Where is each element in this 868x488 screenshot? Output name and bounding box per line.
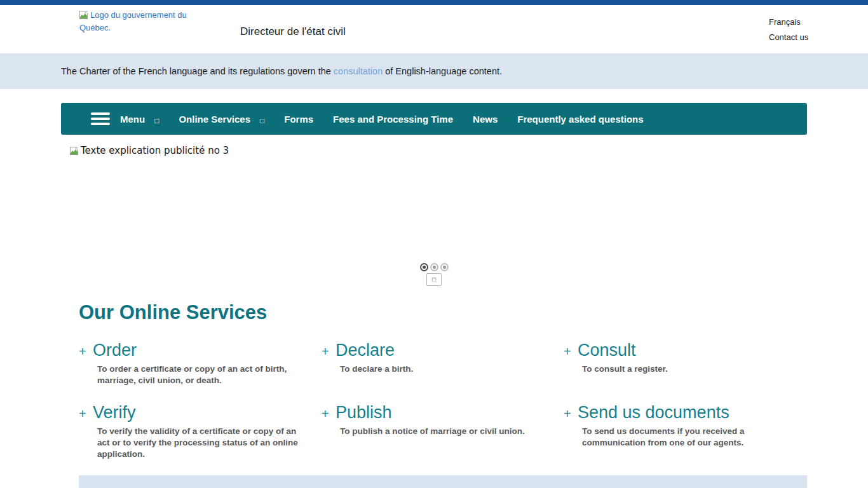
service-description: To verify the validity of a certificate … — [97, 426, 308, 460]
logo-alt-text: Logo du gouvernement du Québec. — [79, 10, 187, 32]
carousel-dot-2[interactable] — [430, 263, 438, 271]
promo-carousel: Texte explication publicité no 3 □ — [61, 135, 807, 294]
plus-icon[interactable]: + — [322, 344, 329, 359]
nav-item-fees[interactable]: Fees and Processing Time — [333, 114, 453, 125]
service-description: To declare a birth. — [340, 363, 551, 375]
plus-icon[interactable]: + — [79, 407, 86, 421]
government-logo-link[interactable]: Logo du gouvernement du Québec. — [79, 10, 187, 34]
service-item-send-documents: + Send us documents To send us documents… — [564, 403, 807, 460]
top-accent-bar — [0, 0, 868, 5]
page-title: Our Online Services — [79, 301, 807, 324]
plus-icon[interactable]: + — [564, 344, 571, 359]
service-item-consult: + Consult To consult a register. — [564, 341, 807, 386]
service-description: To send us documents if you received a c… — [582, 426, 793, 449]
consultation-link[interactable]: consultation — [334, 66, 383, 76]
nav-item-faq[interactable]: Frequently asked questions — [517, 114, 643, 125]
nav-item-online-services[interactable]: Online Services — [179, 114, 250, 125]
site-title: Directeur de l'état civil — [240, 25, 346, 38]
service-link-verify[interactable]: Verify — [93, 403, 136, 423]
dropdown-caret-icon: □ — [154, 116, 159, 125]
ad-broken-image: Texte explication publicité no 3 — [70, 145, 229, 158]
service-item-declare: + Declare To declare a birth. — [322, 341, 564, 386]
carousel-dot-1[interactable] — [420, 263, 428, 271]
service-description: To publish a notice of marriage or civil… — [340, 426, 551, 437]
service-link-declare[interactable]: Declare — [336, 341, 395, 360]
service-link-send-documents[interactable]: Send us documents — [578, 403, 729, 423]
english-access-box: Access to the service in English — [79, 475, 807, 488]
plus-icon[interactable]: + — [79, 344, 86, 359]
carousel-pagination — [61, 263, 807, 271]
service-link-order[interactable]: Order — [93, 341, 137, 360]
header-utility-links: Français Contact us — [769, 17, 808, 48]
hamburger-menu-icon[interactable] — [91, 112, 110, 125]
service-item-publish: + Publish To publish a notice of marriag… — [322, 403, 564, 460]
plus-icon[interactable]: + — [564, 407, 571, 421]
ad-alt-text: Texte explication publicité no 3 — [81, 145, 229, 156]
online-services-section: Our Online Services + Order To order a c… — [79, 301, 807, 460]
french-charter-banner: The Charter of the French language and i… — [0, 53, 868, 89]
carousel-dot-3[interactable] — [440, 263, 449, 271]
service-item-verify: + Verify To verify the validity of a cer… — [79, 403, 322, 460]
site-header: Logo du gouvernement du Québec. Directeu… — [0, 5, 868, 53]
service-link-publish[interactable]: Publish — [336, 403, 392, 423]
broken-image-icon — [70, 146, 79, 158]
nav-item-forms[interactable]: Forms — [284, 114, 313, 125]
nav-item-menu[interactable]: Menu — [120, 114, 145, 125]
plus-icon[interactable]: + — [322, 407, 329, 421]
service-link-consult[interactable]: Consult — [578, 341, 636, 360]
charter-banner-text: The Charter of the French language and i… — [61, 66, 502, 76]
contact-us-link[interactable]: Contact us — [769, 32, 808, 42]
main-navigation: Menu □ Online Services □ Forms Fees and … — [61, 103, 807, 135]
carousel-pause-button[interactable]: □ — [426, 273, 442, 286]
broken-image-icon — [79, 11, 89, 22]
dropdown-caret-icon: □ — [260, 116, 264, 125]
service-description: To order a certificate or copy of an act… — [97, 363, 308, 386]
service-item-order: + Order To order a certificate or copy o… — [79, 341, 322, 386]
language-toggle-link[interactable]: Français — [769, 17, 808, 27]
services-grid: + Order To order a certificate or copy o… — [79, 341, 807, 460]
nav-item-news[interactable]: News — [473, 114, 498, 125]
service-description: To consult a register. — [582, 363, 793, 375]
